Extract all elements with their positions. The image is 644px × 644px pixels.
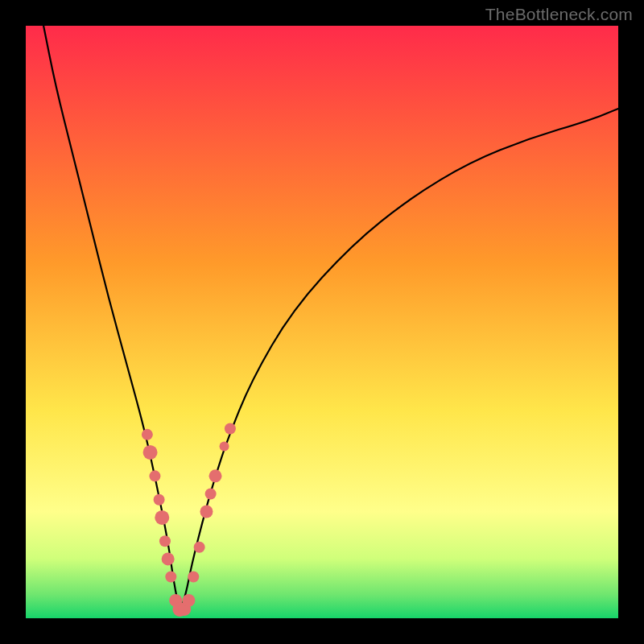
marker-dot — [142, 429, 153, 440]
marker-dot — [143, 445, 158, 460]
watermark-text: TheBottleneck.com — [485, 5, 633, 24]
marker-dot — [194, 542, 205, 553]
marker-dot — [182, 594, 195, 607]
marker-dot — [159, 535, 171, 547]
marker-dot — [165, 571, 176, 582]
marker-dot — [225, 423, 236, 434]
marker-dot — [154, 494, 165, 506]
plot-area — [26, 26, 618, 618]
marker-dot — [220, 442, 229, 452]
marker-dot — [209, 469, 222, 482]
marker-dot — [155, 510, 169, 525]
marker-dot — [200, 506, 213, 518]
marker-dot — [188, 571, 199, 582]
marker-dot — [205, 488, 217, 499]
marker-dot — [149, 470, 160, 481]
chart-svg — [26, 26, 618, 618]
marker-dot — [162, 552, 175, 565]
chart-frame: TheBottleneck.com — [0, 0, 644, 644]
